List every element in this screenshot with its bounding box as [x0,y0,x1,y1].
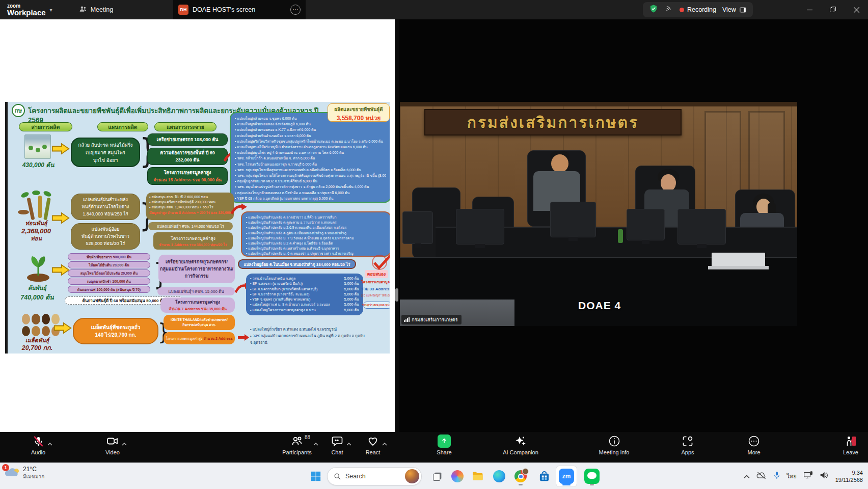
signal-bars-icon [404,317,410,322]
security-shield-icon[interactable] [649,4,658,15]
video-button[interactable]: Video [95,434,130,455]
row3-quantity: ต้นพันธุ์ 740,000 ต้น [13,283,62,303]
camera-icon [106,434,119,448]
clock[interactable]: 9:34 19/11/2568 [835,469,863,483]
search-input[interactable]: Search [327,467,422,485]
row3-pill: ต้นตอกาแฟ 100,000 ต้น (สนับสนุน ปี 70) [68,286,150,293]
header-distribution-plan: แผนการกระจาย [154,122,216,131]
weather-widget[interactable]: 1 21°C มีเมฆมาก [4,466,44,480]
recording-indicator[interactable]: Recording [680,6,716,13]
tab-shared-screen-label: DOAE HOST's screen [193,6,286,13]
participants-button[interactable]: 88 Participants [275,434,319,455]
brand-workplace: Workplace [7,9,46,16]
video-tile: กรมส่งเสริมการเกษตร [400,102,797,326]
more-icon [748,434,760,448]
leave-button[interactable]: Leave [836,434,865,455]
notification-badge: 1 [2,464,9,471]
volume-icon[interactable] [820,471,829,481]
chat-caret[interactable] [346,439,351,448]
more-button[interactable]: More [740,434,768,455]
apps-button[interactable]: Apps [674,434,701,455]
connection-quality-icon[interactable] [664,4,673,15]
tab-meeting[interactable]: Meeting [72,0,120,19]
tray-chevron-icon[interactable] [744,472,750,481]
yellow-arrow-icon [51,264,70,276]
chat-icon [331,434,343,448]
view-layout-icon [739,6,747,14]
zoom-workplace-menu[interactable]: zoom Workplace ▾ [0,4,58,16]
row1-quantity: 430,000 ต้น [15,160,62,170]
slide-logo: กษ [12,104,25,117]
view-button[interactable]: View [722,6,747,14]
row2-high-value: โครงการเกษตรมูลค่าสูง จำนวน 1 Address รว… [153,232,233,250]
chrome-button[interactable] [510,466,531,486]
row3-high-value: โครงการเกษตรมูลค่าสูง จำนวน 7 Address รว… [160,297,235,313]
search-placeholder: Search [345,473,401,480]
search-highlight-image [405,469,419,483]
row1-dist1: เครือข่ายเกษตรกร 108,000 ต้น [147,133,228,146]
chrome-profile-badge [522,468,529,475]
row3-dist-main: เครือข่ายเกษตรกร/ยุวเกษตรกร/ กลุ่มแม่บ้า… [158,255,235,283]
zoom-titlebar: zoom Workplace ▾ Meeting DH DOAE HOST's … [0,0,868,19]
react-caret[interactable] [382,439,387,448]
zoom-app-button[interactable]: zm [556,466,577,486]
meeting-info-button[interactable]: Meeting info [590,434,638,455]
network-icon[interactable] [803,471,813,481]
row2-sugarcane-box: แปลงพันธุ์อ้อย พันธุ์ต้านทานโรคใบขาว 528… [71,223,140,250]
row4-quantity: เมล็ดพันธุ์ 20,700 กก. [13,337,62,352]
row4-legume-box: เมล็ดพันธุ์พืชตระกูลถั่ว 140 ไร่/20,700 … [73,318,158,344]
restore-button[interactable] [821,0,845,19]
ai-companion-button[interactable]: AI Companion [495,434,546,455]
tab-shared-screen[interactable]: DH DOAE HOST's screen ⋯ [173,0,306,19]
row3-pill: พืชผัก/พืชอาหาร 500,000 ต้น [68,253,150,260]
meeting-status-pill: Recording View [643,2,753,17]
copilot-button[interactable] [447,466,468,486]
line-app-button[interactable] [582,466,602,486]
store-button[interactable] [534,466,554,486]
heart-icon [367,434,379,448]
monitor [456,209,504,244]
language-indicator[interactable]: ไทย [787,472,797,481]
weather-cloud-icon: 1 [4,466,19,480]
edge-button[interactable] [489,466,509,486]
participants-caret[interactable] [313,439,318,448]
row2-mother-plot: แปลงแม่พันธุ์ฯ ศขพ. 144,000 ท่อน/10 ไร่ [148,222,233,230]
wall-molding [400,102,797,106]
row1-dist2: ความต้องการของพื้นที่ ปี 69 232,000 ต้น [147,148,228,165]
audio-options-caret[interactable] [47,439,52,448]
chevron-down-icon: ▾ [50,7,52,13]
apps-icon [682,434,694,448]
close-button[interactable] [845,0,868,19]
sugarcane-bar: แปลงใหญ่อ้อย ต.โนนเมือง จ.หนองบัวลำภู 38… [238,259,356,269]
laptop [712,253,765,266]
audio-button[interactable]: Audio [20,434,56,455]
file-explorer-button[interactable] [468,466,488,486]
tissue-culture-photo [24,134,51,159]
water-bottle [618,229,623,243]
monitor [550,202,596,237]
info-icon [608,434,620,448]
total-badge: ผลิตและขยายพืชพันธุ์ดี 3,558,700 หน่วย [328,103,390,122]
banana-projects-panel: แปลงใหญ่กล้วยหอม จ.ชุมพร 6,000 ต้นแปลงให… [230,112,390,203]
response-note: ตอบสนอง โครงการเกษตรมูลค่าสูง รวม 33 Add… [361,270,390,297]
presentation-slide: กษ โครงการผลิตและขยายพืชพันธุ์ดีเพื่อเพิ… [5,102,390,354]
minimize-button[interactable] [798,0,821,19]
meeting-toolbar: Audio Video 88 Participants Chat React [0,432,868,463]
react-button[interactable]: React [359,434,387,455]
seedling-image [22,252,55,282]
yellow-arrow-icon [53,322,72,334]
search-icon [334,473,341,480]
monitor [677,209,726,244]
onedrive-paused-icon[interactable] [756,472,767,481]
participant-name-tag: กรมส่งเสริมการเกษตร [401,315,462,324]
microphone-active-icon[interactable] [773,471,780,482]
tab-options-icon[interactable]: ⋯ [290,5,301,15]
video-options-caret[interactable] [122,439,127,448]
chat-button[interactable]: Chat [323,434,351,455]
divider-handle[interactable] [395,288,398,302]
task-view-button[interactable] [427,466,447,486]
share-button[interactable]: Share [430,434,458,455]
tab-meeting-label: Meeting [91,6,113,13]
weather-temp: 21°C [23,466,44,473]
start-button[interactable] [306,466,326,486]
